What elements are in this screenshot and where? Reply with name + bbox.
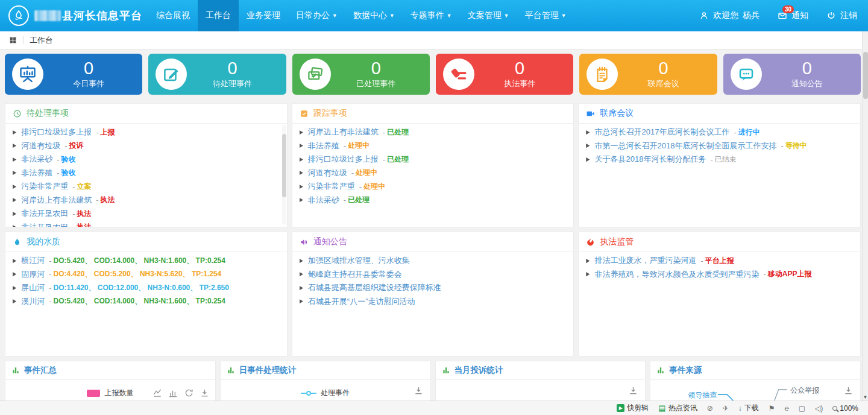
stat-card-pending-events[interactable]: 0 待处理事件: [148, 54, 286, 95]
stat-card-processed-events[interactable]: 0 已处理事件: [292, 54, 430, 95]
list-item[interactable]: ▶污染非常严重-处理中: [300, 180, 567, 194]
list-item[interactable]: ▶市第一总河长召开2018年底河长制全面展示工作安排-等待中: [586, 139, 853, 153]
water-drop-icon: [13, 238, 22, 247]
statusbar-item[interactable]: ↓下载: [738, 403, 759, 413]
item-link[interactable]: 河道有垃圾: [21, 141, 60, 151]
item-link[interactable]: 污染非常严重: [308, 181, 355, 192]
grid-icon[interactable]: [9, 36, 17, 44]
refresh-icon[interactable]: [184, 388, 193, 398]
download-button[interactable]: [629, 386, 638, 398]
statusbar-item[interactable]: ◁): [815, 405, 823, 412]
item-link[interactable]: 石城县提高基层组织建设经费保障标准: [308, 282, 441, 293]
panel-scrollbar[interactable]: [282, 125, 286, 224]
statusbar-item[interactable]: ▤热点资讯: [658, 403, 697, 413]
menu-item-综合展视[interactable]: 综合展视: [148, 0, 198, 31]
chevron-down-icon: ▼: [504, 13, 509, 19]
list-item[interactable]: ▶非法养殖-处理中: [300, 139, 567, 153]
list-item[interactable]: ▶非法养殖鸡，导致河水颜色及水质受到严重污染-移动APP上报: [586, 268, 853, 282]
scrollbar-thumb[interactable]: [863, 52, 868, 99]
menu-item-专题事件[interactable]: 专题事件▼: [403, 0, 460, 31]
item-link[interactable]: 市第一总河长召开2018年底河长制全面展示工作安排: [594, 141, 776, 151]
chevron-down-icon: ▼: [389, 13, 395, 19]
download-icon[interactable]: [200, 388, 209, 398]
list-item[interactable]: ▶关于各县2018年河长制分配任务-已结束: [586, 153, 853, 166]
list-item[interactable]: ▶鲍峰庭主持召开县委常委会: [300, 268, 567, 282]
list-item[interactable]: ▶石城县提高基层组织建设经费保障标准: [300, 281, 567, 295]
item-link[interactable]: 排污口垃圾过多上报: [308, 154, 379, 165]
menu-item-日常办公[interactable]: 日常办公▼: [288, 0, 345, 31]
item-link[interactable]: 非法养殖: [308, 141, 339, 151]
list-item[interactable]: ▶非法开垦农田-执法: [13, 207, 280, 221]
item-link[interactable]: 非法采砂: [308, 195, 339, 206]
logout-button[interactable]: 注销: [826, 10, 857, 21]
statusbar-item[interactable]: ▶快剪辑: [617, 403, 649, 413]
item-link[interactable]: 非法开垦农田: [21, 222, 68, 227]
list-item[interactable]: ▶加强区域排水管理、污水收集: [300, 254, 567, 268]
stat-card-announcements[interactable]: 0 通知公告: [723, 54, 861, 95]
list-item[interactable]: ▶非法采砂-验收: [13, 153, 280, 166]
statusbar-item[interactable]: ℮: [785, 405, 789, 412]
item-link[interactable]: 固厚河: [21, 269, 45, 280]
list-item[interactable]: ▶排污口垃圾过多上报-上报: [13, 125, 280, 139]
menu-item-文案管理[interactable]: 文案管理▼: [460, 0, 517, 31]
list-item[interactable]: ▶横江河-DO:5.420、 COD:14.000、 NH3-N:1.600、 …: [13, 254, 280, 268]
item-link[interactable]: 河道有垃圾: [308, 168, 347, 179]
list-item[interactable]: ▶非法养殖-验收: [13, 166, 280, 180]
item-link[interactable]: 非法养殖鸡，导致河水颜色及水质受到严重污染: [594, 269, 759, 280]
list-item[interactable]: ▶河岸边上有非法建筑-已处理: [300, 125, 567, 139]
item-link[interactable]: 溪川河: [21, 296, 45, 307]
stat-card-enforcement-events[interactable]: 0 执法事件: [436, 54, 573, 95]
list-item[interactable]: ▶河道有垃圾-投诉: [13, 139, 280, 153]
bar-chart-tool-icon[interactable]: [169, 388, 178, 398]
list-item[interactable]: ▶河岸边上有非法建筑-执法: [13, 194, 280, 208]
chart-legend[interactable]: 处理事件: [221, 388, 430, 398]
menu-item-工作台[interactable]: 工作台: [198, 0, 239, 31]
list-item[interactable]: ▶非法采砂-已处理: [300, 194, 567, 208]
chart-title: 日事件处理统计: [239, 365, 297, 376]
list-item[interactable]: ▶固厚河-DO:4.420、 COD:5.200、 NH3-N:5.620、 T…: [13, 268, 280, 282]
item-link[interactable]: 污染非常严重: [21, 181, 68, 192]
item-link[interactable]: 排法工业废水，严重污染河道: [594, 255, 696, 266]
page-title: 工作台: [30, 35, 53, 46]
list-item[interactable]: ▶非法开垦农田-执法: [13, 221, 280, 228]
line-chart-tool-icon[interactable]: [153, 388, 162, 398]
item-link[interactable]: 排污口垃圾过多上报: [21, 127, 92, 138]
statusbar-item[interactable]: ✈: [723, 405, 729, 412]
list-item[interactable]: ▶排法工业废水，严重污染河道-平台上报: [586, 254, 853, 268]
user-menu[interactable]: 欢迎您 杨兵: [699, 10, 760, 21]
item-link[interactable]: 关于各县2018年河长制分配任务: [594, 154, 706, 165]
scrollbar-thumb[interactable]: [282, 134, 286, 198]
item-link[interactable]: 石城县开展“八一”走访慰问活动: [308, 296, 415, 307]
item-link[interactable]: 非法开垦农田: [21, 208, 68, 219]
item-link[interactable]: 河岸边上有非法建筑: [21, 195, 92, 206]
list-item[interactable]: ▶河道有垃圾-处理中: [300, 166, 567, 180]
item-link[interactable]: 非法采砂: [21, 154, 52, 165]
menu-item-业务受理[interactable]: 业务受理: [239, 0, 288, 31]
list-item[interactable]: ▶屏山河-DO:11.420、 COD:12.000、 NH3-N:0.600、…: [13, 281, 280, 295]
scroll-down-arrow-icon[interactable]: ▼: [863, 394, 868, 400]
item-link[interactable]: 屏山河: [21, 282, 45, 293]
list-item[interactable]: ▶石城县开展“八一”走访慰问活动: [300, 295, 567, 309]
download-button[interactable]: [414, 386, 423, 398]
list-item[interactable]: ▶排污口垃圾过多上报-已处理: [300, 153, 567, 166]
statusbar-item[interactable]: ⊘: [707, 405, 713, 412]
menu-item-平台管理[interactable]: 平台管理▼: [517, 0, 574, 31]
item-link[interactable]: 非法养殖: [21, 168, 52, 179]
list-item[interactable]: ▶市总河长召开2017年底河长制会议工作-进行中: [586, 125, 853, 139]
stat-card-today-events[interactable]: 0 今日事件: [5, 54, 142, 95]
notifications-button[interactable]: 30 通知: [778, 10, 808, 21]
stat-card-joint-meetings[interactable]: 0 联席会议: [579, 54, 717, 95]
item-link[interactable]: 加强区域排水管理、污水收集: [308, 255, 410, 266]
menu-item-数据中心[interactable]: 数据中心▼: [345, 0, 403, 31]
item-link[interactable]: 鲍峰庭主持召开县委常委会: [308, 269, 402, 280]
list-item[interactable]: ▶溪川河-DO:5.420、 COD:14.000、 NH3-N:1.600、 …: [13, 295, 280, 309]
item-link[interactable]: 市总河长召开2017年底河长制会议工作: [594, 127, 729, 138]
item-link[interactable]: 河岸边上有非法建筑: [308, 127, 379, 138]
page-scrollbar[interactable]: ▼: [862, 31, 868, 401]
item-status: 进行中: [738, 127, 760, 138]
list-item[interactable]: ▶污染非常严重-立案: [13, 180, 280, 194]
statusbar-item[interactable]: ⚑: [769, 405, 775, 412]
statusbar-item[interactable]: ▢: [799, 405, 805, 412]
item-link[interactable]: 横江河: [21, 255, 45, 266]
statusbar-item[interactable]: 100%: [832, 404, 858, 413]
